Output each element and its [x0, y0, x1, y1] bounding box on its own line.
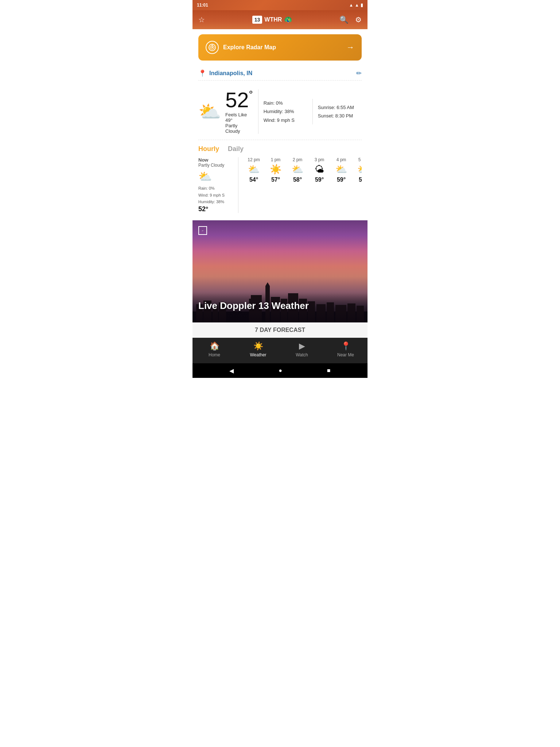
hourly-scroll[interactable]: Now Partly Cloudy ⛅ Rain: 0% Wind: 9 mph… [198, 157, 362, 218]
radar-banner[interactable]: Explore Radar Map → [198, 34, 362, 61]
hour-icon: ⛅ [248, 164, 260, 175]
hour-temp: 58° [293, 177, 302, 183]
back-button[interactable]: ◀ [229, 367, 234, 374]
temperature-section: ⛅ 52 ° Feels Like 49° Partly Cloudy [198, 89, 258, 134]
wifi-icon: ▲ [349, 3, 353, 8]
logo-text: WTHR [264, 16, 282, 23]
android-navigation: ◀ ● ■ [192, 363, 368, 378]
hour-icon: ⛅ [357, 164, 362, 175]
nbc-peacock-icon: 🦚 [284, 16, 292, 24]
weather-nav-icon: ☀️ [253, 341, 263, 351]
current-condition: Partly Cloudy [225, 123, 253, 134]
city-section-title[interactable]: Live Doppler 13 Weather [198, 300, 309, 311]
hour-icon: ☀️ [270, 164, 281, 175]
now-label: Now [198, 157, 234, 163]
sunset-time: Sunset: 8:30 PM [318, 112, 362, 120]
hour-time: 2 pm [293, 157, 303, 162]
hour-item: 4 pm ⛅ 59° [330, 157, 352, 183]
degree-symbol: ° [249, 89, 253, 100]
radar-banner-left: Explore Radar Map [206, 41, 276, 54]
humidity-stat: Humidity: 38% [264, 107, 307, 116]
now-condition: Partly Cloudy [198, 163, 234, 168]
status-time: 11:01 [197, 3, 208, 8]
edit-location-icon[interactable]: ✏ [356, 69, 362, 77]
hour-time: 5 pm [358, 157, 362, 162]
location-info: 📍 Indianapolis, IN [198, 69, 252, 77]
hour-temp: 59° [337, 177, 346, 183]
bottom-navigation: 🏠 Home ☀️ Weather ▶ Watch 📍 Near Me [192, 338, 368, 363]
hour-temp: 59° [359, 177, 362, 183]
hour-item: 1 pm ☀️ 57° [265, 157, 287, 183]
nearme-nav-icon: 📍 [341, 341, 351, 351]
signal-icon: ▲ [355, 3, 359, 8]
current-temperature: 52 [225, 89, 249, 111]
sunrise-time: Sunrise: 6:55 AM [318, 103, 362, 112]
weather-nav-label: Weather [250, 352, 266, 357]
city-section[interactable]: ⌐ Live Doppler 13 Weather [192, 220, 368, 322]
hour-temp: 59° [315, 177, 324, 183]
now-card: Now Partly Cloudy ⛅ Rain: 0% Wind: 9 mph… [198, 157, 238, 213]
rain-stat: Rain: 0% [264, 99, 307, 107]
hour-time: 12 pm [248, 157, 260, 162]
home-nav-label: Home [209, 352, 220, 357]
time-display: 11:01 [197, 3, 208, 8]
wind-stat: Wind: 9 mph S [264, 116, 307, 124]
forecast-peek[interactable]: 7 DAY FORECAST [192, 322, 368, 338]
hour-time: 3 pm [315, 157, 324, 162]
tab-daily[interactable]: Daily [228, 145, 244, 154]
app-header: ☆ 13 WTHR 🦚 🔍 ⚙ [192, 10, 368, 29]
search-icon[interactable]: 🔍 [339, 15, 349, 24]
nearme-nav-label: Near Me [337, 352, 354, 357]
battery-icon: ▮ [361, 3, 363, 8]
hour-time: 4 pm [337, 157, 346, 162]
now-rain: Rain: 0% Wind: 9 mph S Humidity: 38% [198, 185, 234, 205]
sun-times: Sunrise: 6:55 AM Sunset: 8:30 PM [313, 103, 362, 120]
hour-temp: 57° [271, 177, 280, 183]
forecast-peek-title: 7 DAY FORECAST [255, 327, 305, 333]
watch-nav-icon: ▶ [299, 341, 305, 351]
tab-hourly[interactable]: Hourly [198, 145, 219, 154]
favorite-icon[interactable]: ☆ [198, 15, 205, 24]
app-logo: 13 WTHR 🦚 [252, 16, 292, 24]
radar-icon [206, 41, 219, 54]
recent-button[interactable]: ■ [327, 367, 331, 374]
status-bar: 11:01 ▲ ▲ ▮ [192, 0, 368, 10]
main-content: Explore Radar Map → 📍 Indianapolis, IN ✏… [192, 29, 368, 218]
current-weather-icon: ⛅ [198, 101, 221, 122]
location-name[interactable]: Indianapolis, IN [209, 70, 252, 77]
hour-item: 2 pm ⛅ 58° [287, 157, 308, 183]
hour-icon: 🌤 [315, 164, 324, 175]
radar-label: Explore Radar Map [223, 44, 276, 51]
hour-icon: ⛅ [292, 164, 303, 175]
nav-weather[interactable]: ☀️ Weather [245, 341, 271, 357]
svg-marker-10 [265, 282, 270, 286]
hour-item: 5 pm ⛅ 59° [352, 157, 362, 183]
home-nav-icon: 🏠 [210, 341, 219, 351]
nav-nearme[interactable]: 📍 Near Me [333, 341, 358, 357]
nav-home[interactable]: 🏠 Home [202, 341, 227, 357]
hour-temp: 54° [249, 177, 258, 183]
current-weather: ⛅ 52 ° Feels Like 49° Partly Cloudy Rain… [198, 86, 362, 140]
watch-nav-label: Watch [296, 352, 308, 357]
now-icon: ⛅ [198, 170, 234, 183]
settings-icon[interactable]: ⚙ [355, 15, 362, 24]
hour-time: 1 pm [271, 157, 281, 162]
header-actions: 🔍 ⚙ [339, 15, 362, 24]
radar-arrow-icon: → [346, 43, 354, 52]
status-icons: ▲ ▲ ▮ [349, 3, 363, 8]
temp-info: 52 ° Feels Like 49° Partly Cloudy [225, 89, 253, 134]
location-pin-icon: 📍 [198, 69, 206, 77]
weather-stats: Rain: 0% Humidity: 38% Wind: 9 mph S [258, 99, 313, 124]
hour-icon: ⛅ [335, 164, 347, 175]
hour-item: 3 pm 🌤 59° [308, 157, 330, 183]
hourly-items: 12 pm ⛅ 54° 1 pm ☀️ 57° 2 pm ⛅ 58° 3 pm … [243, 157, 362, 183]
forecast-tabs: Hourly Daily [198, 140, 362, 157]
home-button[interactable]: ● [279, 367, 282, 374]
hour-item: 12 pm ⛅ 54° [243, 157, 265, 183]
logo-number: 13 [252, 16, 262, 24]
location-row: 📍 Indianapolis, IN ✏ [198, 66, 362, 81]
nav-watch[interactable]: ▶ Watch [289, 341, 315, 357]
now-temp: 52° [198, 205, 234, 213]
video-badge: ⌐ [198, 226, 207, 235]
feels-like: Feels Like 49° [225, 112, 253, 123]
